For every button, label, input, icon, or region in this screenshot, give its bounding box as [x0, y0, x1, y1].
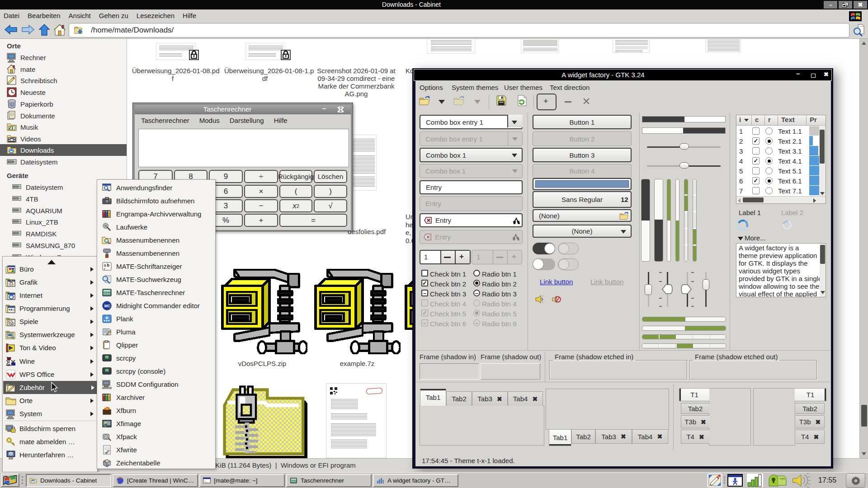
svg-text:XFI: XFI [104, 425, 107, 427]
svg-text:A: A [107, 464, 109, 466]
svg-text:XFW: XFW [104, 451, 108, 454]
svg-text:>_: >_ [204, 480, 208, 483]
svg-text:MC: MC [104, 304, 110, 308]
svg-text:c: c [104, 266, 106, 271]
svg-text:b: b [107, 263, 109, 267]
